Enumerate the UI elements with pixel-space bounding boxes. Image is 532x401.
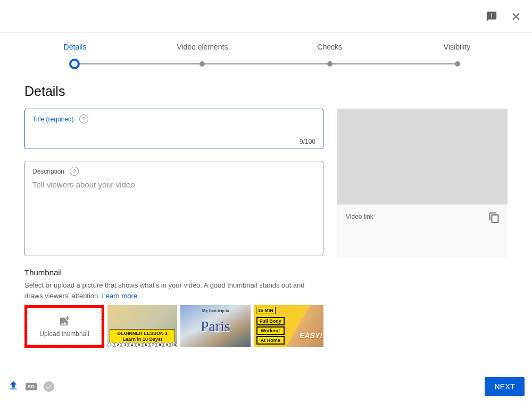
title-input[interactable] [32,124,315,136]
preview-column: Video link [337,109,508,258]
step-visibility[interactable]: Visibility [406,43,508,51]
video-preview-placeholder [337,109,508,204]
thumbnail-section: Thumbnail Select or upload a picture tha… [24,268,323,348]
help-icon[interactable]: ? [79,114,88,124]
step-circle-checks[interactable] [327,61,332,67]
title-field[interactable]: Title (required) ? 9/100 [24,109,323,149]
step-track [74,59,458,69]
step-circle-video-elements[interactable] [200,61,205,67]
thumbnail-option-1[interactable]: BEGINNER LESSON 1 Learn in 10 Days! 1234… [107,305,177,347]
add-photo-icon [59,315,70,327]
description-label: Description ? [32,167,315,176]
upload-status-icon [7,380,19,394]
thumbnail-description: Select or upload a picture that shows wh… [24,280,320,301]
learn-more-link[interactable]: Learn more [102,292,137,300]
thumbnail-option-3[interactable]: 15 MIN Full Body Workout At Home EASY! [254,305,323,347]
upload-thumbnail-label: Upload thumbnail [39,330,89,338]
page-title: Details [24,84,525,99]
description-input[interactable] [32,179,315,246]
step-details[interactable]: Details [24,43,126,51]
step-checks[interactable]: Checks [279,43,380,51]
description-field[interactable]: Description ? [24,161,323,256]
dialog-footer: SD NEXT [0,372,532,401]
video-link-label: Video link [346,213,499,220]
dialog-header [0,0,532,33]
close-icon[interactable] [510,10,522,23]
help-icon[interactable]: ? [70,167,79,176]
thumbnail-heading: Thumbnail [24,268,323,277]
step-circle-details[interactable] [69,59,80,69]
thumbnail-option-2[interactable]: My first trip to Paris [180,305,250,347]
content-scroll[interactable]: Details Title (required) ? 9/100 Descrip… [0,72,525,372]
left-column: Title (required) ? 9/100 Description ? T… [24,109,323,369]
feedback-icon[interactable] [485,10,498,23]
step-video-elements[interactable]: Video elements [152,43,253,51]
next-button[interactable]: NEXT [485,377,525,396]
video-preview-card: Video link [337,109,508,258]
title-label: Title (required) ? [32,114,315,124]
title-char-count: 9/100 [32,138,315,145]
checks-status-icon [44,381,54,392]
copy-link-icon[interactable] [488,212,500,226]
step-circle-visibility[interactable] [455,61,460,67]
upload-thumbnail-highlight: Upload thumbnail [24,305,104,348]
sd-badge: SD [26,383,37,390]
upload-stepper: Details Video elements Checks Visibility [0,33,532,69]
upload-thumbnail-button[interactable]: Upload thumbnail [27,308,102,345]
